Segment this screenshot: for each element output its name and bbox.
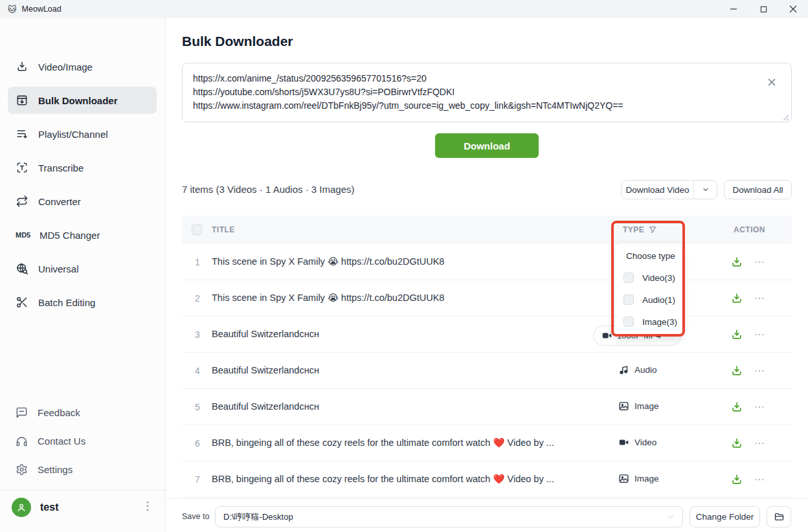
table-row[interactable]: 5 Beautiful Switzerlandснсн Image (182, 389, 792, 425)
audio-icon (618, 364, 629, 375)
row-actions (730, 437, 765, 450)
close-button[interactable] (778, 0, 808, 18)
url-input[interactable]: https://x.com/anime_/status/200925635965… (182, 63, 792, 122)
audio-checkbox[interactable] (623, 294, 634, 305)
select-all-checkbox[interactable] (192, 225, 202, 235)
more-options-icon[interactable] (754, 401, 765, 413)
download-item-icon[interactable] (730, 401, 743, 414)
row-title: This scene in Spy X Family 😭 https://t.c… (212, 256, 444, 267)
video-checkbox[interactable] (623, 272, 634, 283)
filter-option-audio[interactable]: Audio(1) (623, 294, 682, 305)
column-type: TYPE (623, 225, 657, 234)
image-checkbox[interactable] (623, 316, 634, 327)
row-number: 3 (195, 329, 200, 340)
download-item-icon[interactable] (730, 473, 743, 486)
sidebar-item-label: Contact Us (38, 436, 85, 447)
user-menu-kebab-icon[interactable] (142, 500, 153, 515)
feedback-icon (16, 406, 28, 419)
row-actions (730, 292, 765, 305)
sidebar-item-md5-changer[interactable]: MD5 MD5 Changer (8, 221, 157, 249)
sidebar-nav: Video/Image Bulk Downloader Playlist/Cha… (8, 53, 157, 322)
sidebar-item-bulk-downloader[interactable]: Bulk Downloader (8, 87, 157, 114)
table-row[interactable]: 1 This scene in Spy X Family 😭 https://t… (182, 244, 792, 280)
sidebar-item-label: Bulk Downloader (38, 95, 118, 106)
sidebar-item-label: MD5 Changer (39, 230, 100, 241)
sidebar-item-feedback[interactable]: Feedback (8, 401, 157, 424)
clear-urls-icon[interactable] (766, 76, 778, 88)
textarea-resize-handle[interactable] (780, 112, 789, 121)
row-number: 2 (195, 293, 200, 304)
sidebar-item-contact-us[interactable]: Contact Us (8, 429, 157, 452)
row-title: Beautiful Switzerlandснсн (212, 401, 319, 412)
sidebar-item-playlist-channel[interactable]: Playlist/Channel (8, 120, 157, 148)
sidebar-item-settings[interactable]: Settings (8, 458, 157, 481)
table-row[interactable]: 3 Beautiful Switzerlandснсн 1080P MP4 (182, 316, 792, 353)
more-options-icon[interactable] (754, 293, 765, 304)
titlebar: 🐱 MeowLoad (0, 0, 808, 18)
column-title: TITLE (212, 225, 235, 234)
row-number: 4 (195, 366, 200, 376)
sidebar-item-video-image[interactable]: Video/Image (8, 53, 157, 80)
download-button[interactable]: Download (435, 133, 539, 158)
app-title: MeowLoad (22, 5, 62, 14)
sidebar-item-converter[interactable]: Converter (8, 188, 157, 215)
more-options-icon[interactable] (754, 365, 765, 377)
dropdown-title: Choose type (615, 250, 682, 261)
user-name: test (40, 502, 133, 513)
sidebar-item-label: Settings (38, 464, 73, 475)
sidebar-item-batch-editing[interactable]: Batch Editing (8, 289, 157, 316)
row-actions (730, 364, 765, 377)
chevron-down-icon (667, 513, 675, 521)
filter-icon[interactable] (648, 225, 657, 234)
save-path-select[interactable]: D:\哼哼猫-Desktop (215, 506, 683, 527)
window-controls (719, 0, 808, 18)
download-video-button[interactable]: Download Video (622, 181, 693, 199)
download-item-icon[interactable] (730, 256, 743, 269)
gear-icon (16, 463, 28, 476)
download-item-icon[interactable] (730, 292, 743, 305)
video-icon (618, 437, 629, 448)
download-item-icon[interactable] (730, 437, 743, 450)
sidebar-item-transcribe[interactable]: Transcribe (8, 154, 157, 181)
table-row[interactable]: 2 This scene in Spy X Family 😭 https://t… (182, 280, 792, 316)
download-all-button[interactable]: Download All (724, 180, 792, 199)
footer-divider (166, 498, 808, 499)
sidebar-item-label: Video/Image (38, 61, 93, 72)
sidebar-item-universal[interactable]: Universal (8, 255, 157, 282)
download-item-icon[interactable] (730, 328, 743, 341)
more-options-icon[interactable] (754, 329, 765, 340)
archive-download-icon (16, 94, 28, 107)
sidebar-item-label: Batch Editing (38, 297, 95, 308)
row-actions (730, 401, 765, 414)
scissors-icon (16, 296, 28, 309)
filter-option-image[interactable]: Image(3) (623, 316, 682, 327)
sidebar-item-label: Universal (38, 263, 79, 274)
table-row[interactable]: 7 BRB, bingeing all of these cozy reels … (182, 461, 792, 498)
filter-option-label: Audio(1) (642, 295, 675, 305)
save-path-value: D:\哼哼猫-Desktop (223, 511, 293, 523)
open-folder-button[interactable] (767, 506, 791, 527)
table-row[interactable]: 6 BRB, bingeing all of these cozy reels … (182, 425, 792, 461)
download-video-dropdown-button[interactable] (694, 181, 717, 199)
minimize-button[interactable] (719, 0, 748, 18)
row-title: This scene in Spy X Family 😭 https://t.c… (212, 293, 444, 303)
more-options-icon[interactable] (754, 438, 765, 449)
sidebar-item-label: Converter (38, 196, 81, 207)
image-icon (618, 473, 629, 484)
maximize-button[interactable] (748, 0, 778, 18)
download-icon (16, 60, 28, 73)
row-actions (730, 473, 765, 486)
more-options-icon[interactable] (754, 256, 765, 268)
table-row[interactable]: 4 Beautiful Switzerlandснсн Audio (182, 353, 792, 389)
filter-option-video[interactable]: Video(3) (623, 272, 682, 283)
row-title: Beautiful Switzerlandснсн (212, 329, 319, 339)
more-options-icon[interactable] (754, 474, 765, 485)
change-folder-button[interactable]: Change Folder (690, 506, 760, 527)
type-cell: Video (618, 437, 656, 448)
headset-icon (16, 435, 28, 447)
user-account-row[interactable]: test (8, 494, 157, 520)
items-table: TITLE TYPE ACTION 1 This scene in Spy X … (182, 216, 792, 498)
app-window: 🐱 MeowLoad Video/Image Bulk Downloader (0, 0, 808, 532)
url-line: https://x.com/anime_/status/200925635965… (193, 72, 765, 85)
download-item-icon[interactable] (730, 364, 743, 377)
